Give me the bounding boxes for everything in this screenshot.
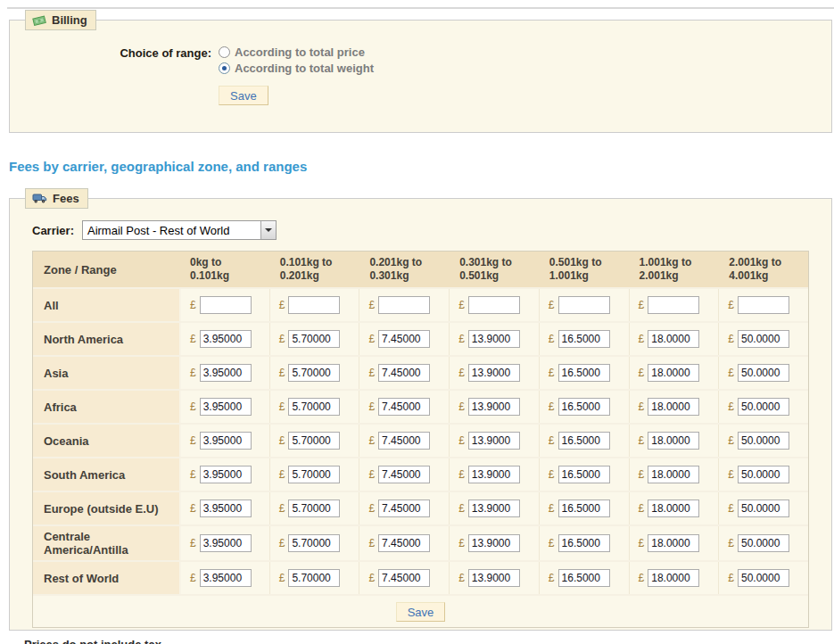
fee-input[interactable]: [648, 432, 699, 450]
currency-symbol: £: [728, 333, 734, 345]
fee-input[interactable]: [468, 296, 520, 314]
fee-input[interactable]: [288, 500, 340, 517]
fee-cell: £: [269, 458, 359, 491]
fee-input[interactable]: [558, 569, 610, 587]
fee-input[interactable]: [648, 296, 699, 314]
fee-input[interactable]: [558, 432, 610, 450]
zone-cell: South America: [33, 458, 179, 491]
fee-input[interactable]: [648, 398, 699, 416]
range-header-cell: 0.201kg to 0.301kg: [359, 252, 449, 287]
fees-save-button[interactable]: Save: [396, 602, 446, 622]
fee-input[interactable]: [200, 466, 252, 483]
fee-input[interactable]: [738, 364, 789, 382]
fee-input[interactable]: [468, 432, 520, 450]
fee-cell: £: [629, 391, 719, 423]
fee-input[interactable]: [378, 330, 430, 348]
fee-input[interactable]: [738, 569, 789, 587]
fee-input[interactable]: [378, 364, 430, 382]
fee-input[interactable]: [200, 364, 252, 382]
fee-input[interactable]: [200, 569, 252, 587]
currency-symbol: £: [639, 572, 645, 584]
fee-input[interactable]: [378, 466, 430, 483]
fee-input[interactable]: [558, 330, 610, 348]
carrier-select[interactable]: Airmail Post - Rest of World: [82, 220, 277, 240]
fee-input[interactable]: [648, 466, 699, 483]
fee-input[interactable]: [648, 330, 699, 348]
fee-input[interactable]: [468, 569, 520, 587]
currency-symbol: £: [728, 367, 734, 379]
fee-input[interactable]: [288, 364, 340, 382]
fee-input[interactable]: [738, 466, 789, 483]
fee-input[interactable]: [558, 296, 610, 314]
fee-input[interactable]: [558, 398, 610, 416]
fee-input[interactable]: [288, 534, 340, 552]
fees-table-header-row: Zone / Range 0kg to 0.101kg0.101kg to 0.…: [33, 252, 808, 287]
fee-input[interactable]: [200, 398, 252, 416]
fee-input[interactable]: [738, 534, 789, 552]
currency-symbol: £: [368, 299, 375, 311]
fee-input[interactable]: [200, 534, 252, 552]
fee-input[interactable]: [378, 500, 430, 517]
fee-input[interactable]: [648, 364, 699, 382]
fees-fieldset: Fees Carrier: Airmail Post - Rest of Wor…: [9, 198, 832, 631]
fee-cell: £: [449, 492, 539, 524]
fee-input[interactable]: [288, 330, 340, 348]
money-icon: [32, 14, 46, 27]
currency-symbol: £: [639, 468, 645, 481]
fee-input[interactable]: [468, 500, 520, 517]
fee-input[interactable]: [378, 296, 430, 314]
table-row: Africa£££££££: [33, 389, 808, 423]
fee-input[interactable]: [378, 569, 430, 587]
fee-cell: £: [629, 526, 719, 560]
billing-save-button[interactable]: Save: [219, 86, 268, 105]
fee-input[interactable]: [558, 364, 610, 382]
fee-cell: £: [449, 289, 539, 321]
fee-input[interactable]: [648, 500, 699, 517]
fee-input[interactable]: [558, 466, 610, 483]
carrier-selected-value: Airmail Post - Rest of World: [83, 221, 260, 239]
fee-input[interactable]: [288, 569, 340, 587]
fee-input[interactable]: [468, 398, 520, 416]
radio-option-total-price[interactable]: According to total price: [219, 45, 374, 59]
fee-input[interactable]: [288, 398, 340, 416]
fee-input[interactable]: [288, 432, 340, 450]
currency-symbol: £: [458, 400, 465, 413]
fee-cell: £: [539, 492, 629, 524]
currency-symbol: £: [549, 572, 555, 584]
fee-input[interactable]: [378, 398, 430, 416]
fee-input[interactable]: [378, 534, 430, 552]
fee-input[interactable]: [738, 432, 789, 450]
fee-input[interactable]: [200, 500, 252, 517]
radio-icon[interactable]: [219, 62, 230, 74]
fee-input[interactable]: [200, 432, 252, 450]
fee-cell: £: [539, 526, 629, 560]
fee-input[interactable]: [738, 500, 789, 517]
fee-input[interactable]: [468, 466, 520, 483]
currency-symbol: £: [368, 333, 375, 345]
fee-input[interactable]: [378, 432, 430, 450]
fee-input[interactable]: [558, 500, 610, 517]
fee-cell: £: [179, 458, 269, 491]
fee-input[interactable]: [648, 534, 699, 552]
fee-input[interactable]: [558, 534, 610, 552]
fee-cell: £: [359, 492, 449, 524]
currency-symbol: £: [458, 468, 465, 481]
fee-input[interactable]: [288, 466, 340, 483]
radio-icon[interactable]: [219, 46, 230, 58]
fee-input[interactable]: [200, 330, 252, 348]
fee-input[interactable]: [468, 534, 520, 552]
range-header-cell: 0kg to 0.101kg: [179, 252, 269, 287]
fee-input[interactable]: [648, 569, 699, 587]
fee-input[interactable]: [738, 398, 789, 416]
fee-input[interactable]: [738, 296, 789, 314]
currency-symbol: £: [279, 502, 285, 515]
fee-input[interactable]: [200, 296, 252, 314]
fee-input[interactable]: [738, 330, 789, 348]
fee-input[interactable]: [288, 296, 340, 314]
radio-option-total-weight[interactable]: According to total weight: [219, 62, 374, 75]
carrier-dropdown-button[interactable]: [260, 221, 276, 239]
currency-symbol: £: [190, 572, 196, 584]
fee-input[interactable]: [468, 364, 520, 382]
fee-cell: £: [269, 323, 359, 355]
fee-input[interactable]: [468, 330, 520, 348]
